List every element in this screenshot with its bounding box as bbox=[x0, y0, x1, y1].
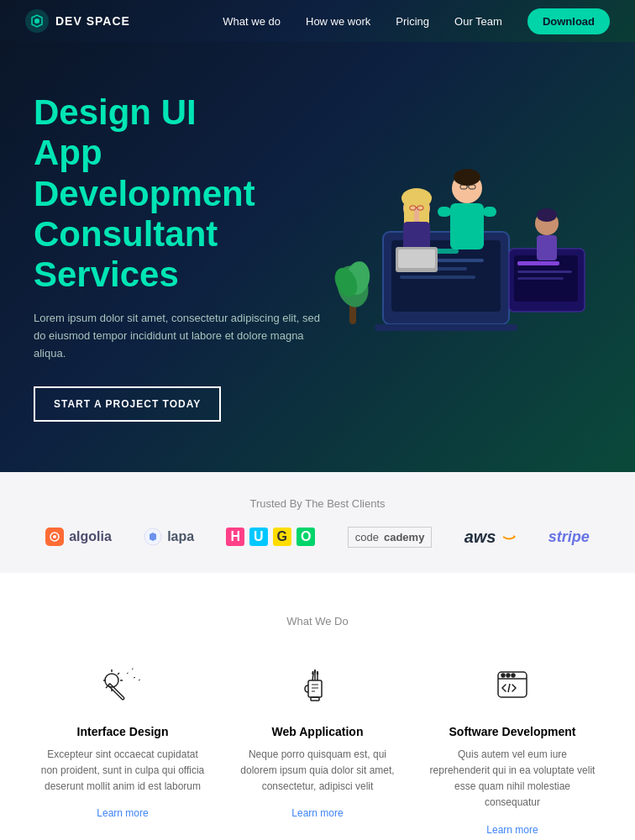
svg-rect-7 bbox=[400, 276, 475, 279]
svg-rect-11 bbox=[517, 261, 559, 265]
hugo-o: O bbox=[297, 528, 315, 546]
svg-rect-51 bbox=[308, 680, 322, 697]
hero-title: Design UI App Development Consultant Ser… bbox=[34, 92, 333, 295]
hero-description: Lorem ipsum dolor sit amet, consectetur … bbox=[34, 310, 333, 362]
svg-line-50 bbox=[106, 686, 108, 688]
service-software-dev: Software Development Quis autem vel eum … bbox=[428, 661, 596, 837]
service-software-link[interactable]: Learn more bbox=[486, 824, 538, 836]
illustration-svg bbox=[333, 148, 593, 358]
svg-point-66 bbox=[512, 674, 515, 677]
svg-rect-34 bbox=[537, 235, 557, 260]
hero-text: Design UI App Development Consultant Ser… bbox=[34, 92, 333, 422]
nav-link-how[interactable]: How we work bbox=[306, 15, 370, 28]
hugo-h: H bbox=[226, 528, 244, 546]
what-we-do-label: What We Do bbox=[34, 615, 601, 627]
codecademy-code: code bbox=[355, 531, 379, 543]
download-button[interactable]: Download bbox=[527, 8, 610, 34]
nav-links: What we do How we work Pricing Our Team … bbox=[223, 8, 610, 34]
svg-rect-12 bbox=[517, 270, 572, 273]
hugo-logo: H U G O bbox=[226, 528, 315, 546]
svg-rect-8 bbox=[375, 324, 517, 331]
service-web-desc: Neque porro quisquam est, qui dolorem ip… bbox=[234, 747, 401, 795]
lapa-logo: lapa bbox=[144, 528, 194, 546]
coffee-pencil-icon bbox=[297, 665, 338, 707]
magic-wand-icon bbox=[102, 665, 144, 707]
svg-line-56 bbox=[312, 674, 313, 680]
svg-marker-61 bbox=[318, 671, 318, 674]
algolia-logo: algolia bbox=[45, 528, 112, 546]
aws-text: aws bbox=[464, 528, 496, 547]
svg-rect-21 bbox=[483, 207, 496, 217]
hero-section: Design UI App Development Consultant Ser… bbox=[0, 42, 635, 472]
services-grid: Interface Design Excepteur sint occaecat… bbox=[34, 661, 601, 837]
clients-logos: algolia lapa H U G O codecademy aws st bbox=[34, 527, 601, 548]
svg-line-67 bbox=[508, 684, 510, 692]
service-interface-title: Interface Design bbox=[39, 725, 207, 738]
svg-line-49 bbox=[118, 673, 119, 675]
navbar: DEV SPACE What we do How we work Pricing… bbox=[0, 0, 635, 42]
service-interface-design: Interface Design Excepteur sint occaecat… bbox=[39, 661, 207, 837]
interface-design-icon bbox=[97, 661, 148, 711]
web-application-icon bbox=[292, 661, 343, 711]
svg-point-1 bbox=[34, 18, 39, 24]
service-software-title: Software Development bbox=[428, 725, 596, 738]
stripe-logo: stripe bbox=[548, 528, 590, 546]
service-software-desc: Quis autem vel eum iure reprehenderit qu… bbox=[428, 747, 596, 811]
start-project-button[interactable]: START A PROJECT TODAY bbox=[34, 386, 221, 422]
logo-text: DEV SPACE bbox=[55, 14, 130, 28]
service-interface-link[interactable]: Learn more bbox=[97, 807, 148, 819]
lapa-icon bbox=[144, 528, 162, 546]
service-web-link[interactable]: Learn more bbox=[291, 807, 343, 819]
svg-rect-19 bbox=[450, 203, 484, 249]
svg-rect-20 bbox=[438, 207, 451, 217]
svg-point-40 bbox=[53, 535, 56, 538]
codecademy-cademy: cademy bbox=[384, 531, 424, 543]
codecademy-logo: codecademy bbox=[348, 527, 433, 548]
what-we-do-section: What We Do Interface Design Exce bbox=[0, 573, 635, 840]
hugo-u: U bbox=[249, 528, 268, 546]
algolia-text: algolia bbox=[69, 529, 112, 544]
svg-rect-27 bbox=[417, 206, 423, 210]
svg-rect-31 bbox=[398, 249, 435, 268]
svg-marker-60 bbox=[315, 669, 316, 672]
svg-point-33 bbox=[537, 208, 557, 222]
svg-point-18 bbox=[454, 169, 480, 186]
svg-point-64 bbox=[501, 674, 505, 677]
service-interface-desc: Excepteur sint occaecat cupidatat non pr… bbox=[39, 747, 207, 795]
aws-logo: aws bbox=[464, 528, 517, 547]
clients-label: Trusted By The Best Clients bbox=[34, 497, 601, 510]
aws-smile-icon bbox=[501, 533, 517, 541]
code-flag-icon bbox=[491, 665, 533, 707]
logo[interactable]: DEV SPACE bbox=[25, 9, 130, 33]
nav-link-what[interactable]: What we do bbox=[223, 15, 281, 28]
svg-rect-29 bbox=[403, 222, 430, 251]
svg-marker-59 bbox=[312, 671, 313, 674]
nav-link-pricing[interactable]: Pricing bbox=[396, 15, 429, 28]
software-dev-icon bbox=[487, 661, 538, 711]
clients-section: Trusted By The Best Clients algolia lapa… bbox=[0, 472, 635, 573]
hugo-g: G bbox=[273, 528, 291, 546]
lapa-text: lapa bbox=[167, 529, 194, 544]
svg-rect-26 bbox=[410, 206, 416, 210]
service-web-application: Web Application Neque porro quisquam est… bbox=[234, 661, 401, 837]
service-web-title: Web Application bbox=[234, 725, 401, 738]
svg-rect-13 bbox=[517, 277, 564, 280]
nav-link-team[interactable]: Our Team bbox=[454, 15, 502, 28]
algolia-icon bbox=[45, 528, 64, 546]
svg-rect-52 bbox=[311, 697, 319, 701]
stripe-text: stripe bbox=[548, 528, 590, 546]
hero-illustration bbox=[333, 148, 601, 366]
svg-point-65 bbox=[506, 674, 510, 677]
